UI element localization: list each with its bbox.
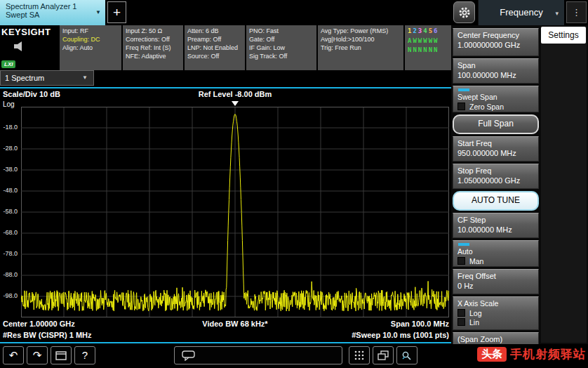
- menu-title-dropdown[interactable]: Frequency ▾: [478, 0, 564, 25]
- span-button[interactable]: Span 100.000000 MHz: [453, 58, 539, 84]
- ref-level-label: Ref Level -8.00 dBm: [21, 90, 449, 98]
- trace-number: 2: [413, 27, 416, 34]
- frequency-menu-panel: Center Frequency 1.000000000 GHz Span 10…: [451, 25, 588, 344]
- span-annotation: Span 100.0 MHz: [323, 320, 449, 328]
- spectrum-plot[interactable]: [21, 107, 449, 317]
- header-setting: IF Gain: Low: [249, 44, 314, 52]
- checkbox-icon: [457, 103, 465, 110]
- window-button[interactable]: [51, 346, 72, 364]
- trace-number: 3: [418, 27, 422, 34]
- header-column-1: Input: RFCoupling: DCAlign: Auto: [60, 25, 121, 70]
- button-value: 1.050000000 GHz: [457, 176, 534, 185]
- y-axis-label: -58.0: [3, 208, 18, 215]
- cascade-windows-button[interactable]: [373, 346, 394, 364]
- tab-title: Spectrum Analyzer 1: [6, 2, 100, 11]
- button-label: Freq Offset: [457, 272, 534, 280]
- button-label: X Axis Scale: [457, 299, 534, 309]
- span-zoom-button[interactable]: (Span Zoom): [453, 332, 539, 344]
- add-tab-button[interactable]: +: [107, 1, 126, 23]
- spectrum-selector-dropdown[interactable]: 1 Spectrum ▼: [0, 70, 94, 86]
- header-setting: Atten: 6 dB: [187, 27, 242, 35]
- tab-settings[interactable]: Settings: [541, 27, 586, 44]
- trace-detector: N: [418, 46, 422, 53]
- header-setting: Freq Ref: Int (S): [126, 44, 180, 52]
- plus-icon: +: [113, 5, 121, 20]
- help-button[interactable]: ?: [74, 346, 95, 364]
- span-mode-toggle[interactable]: Swept Span Zero Span: [453, 86, 539, 112]
- accent-divider-top: [0, 87, 451, 88]
- stop-freq-button[interactable]: Stop Freq 1.050000000 GHz: [453, 164, 539, 189]
- cf-step-button[interactable]: CF Step 10.000000 MHz: [453, 213, 539, 238]
- freq-offset-button[interactable]: Freq Offset 0 Hz: [453, 269, 539, 294]
- button-label: Full Span: [478, 119, 514, 129]
- option-man: Man: [469, 257, 483, 265]
- option-log: Log: [469, 309, 482, 317]
- brand-logo: KEYSIGHT: [0, 25, 59, 37]
- checkbox-icon: [457, 257, 465, 265]
- header-setting: Sig Track: Off: [249, 52, 314, 60]
- trace-number: 1: [408, 27, 411, 34]
- option-auto: Auto: [457, 247, 534, 257]
- trace-detector: N: [423, 46, 427, 53]
- start-freq-button[interactable]: Start Freq 950.000000 MHz: [453, 136, 539, 162]
- tab-subtitle: Swept SA: [6, 11, 100, 19]
- header-setting: Corrections: Off: [126, 35, 180, 44]
- header-column-2: Input Z: 50 ΩCorrections: OffFreq Ref: I…: [123, 25, 183, 70]
- trace-status-table: 123456AWWWWWNNNNNN: [405, 25, 451, 70]
- auto-tune-button[interactable]: AUTO TUNE: [453, 191, 539, 211]
- header-setting: Align: Auto: [62, 44, 119, 52]
- trace-type-row: AWWWWW: [408, 37, 448, 46]
- trace-detector: N: [429, 46, 432, 53]
- back-button[interactable]: ↶: [3, 346, 24, 364]
- trace-type: W: [429, 37, 432, 44]
- button-label: AUTO TUNE: [472, 195, 520, 205]
- gear-icon: [457, 6, 472, 20]
- y-axis-label: -68.0: [3, 229, 18, 236]
- more-options-button[interactable]: ⋮: [566, 1, 587, 23]
- span-zoom-icon: [401, 350, 413, 360]
- chevron-down-icon: ▼: [95, 9, 101, 15]
- header-columns: Input: RFCoupling: DCAlign: AutoInput Z:…: [60, 25, 451, 70]
- ellipsis-icon: ⋮: [572, 7, 581, 18]
- y-axis-label: -48.0: [3, 187, 18, 194]
- option-swept-span: Swept Span: [457, 93, 534, 103]
- chevron-down-icon: ▼: [82, 71, 88, 85]
- header-setting: Avg|Hold:>100/100: [321, 35, 401, 44]
- y-axis-labels: -18.0-28.0-38.0-48.0-58.0-68.0-78.0-88.0…: [0, 107, 19, 317]
- system-settings-button[interactable]: [453, 1, 475, 23]
- dots-grid-icon: [354, 350, 365, 361]
- x-axis-scale-toggle[interactable]: X Axis Scale Log Lin: [453, 296, 539, 330]
- spectrum-selector-label: 1 Spectrum: [5, 74, 44, 82]
- header-setting: Input Z: 50 Ω: [126, 27, 180, 35]
- header-setting: LNP: Not Enabled: [187, 44, 242, 52]
- button-label: (Span Zoom): [457, 335, 534, 343]
- res-bw-annotation: #Res BW (CISPR) 1 MHz: [3, 331, 92, 339]
- header-setting: Preamp: Off: [187, 35, 242, 44]
- full-span-button[interactable]: Full Span: [453, 114, 539, 134]
- tab-swept-sa[interactable]: Spectrum Analyzer 1 Swept SA ▼: [0, 0, 105, 25]
- top-bar: Spectrum Analyzer 1 Swept SA ▼ + Frequen…: [0, 0, 588, 25]
- back-icon: ↶: [9, 347, 18, 364]
- button-label: CF Step: [457, 216, 534, 224]
- button-value: 100.000000 MHz: [457, 71, 534, 79]
- header-column-5: Avg Type: Power (RMS)Avg|Hold:>100/100Tr…: [318, 25, 403, 70]
- watermark: 头条 手机射频驿站: [477, 346, 586, 362]
- annotation-bar-button[interactable]: [174, 346, 342, 364]
- cascade-windows-icon: [377, 350, 389, 360]
- touch-grid-button[interactable]: [349, 346, 370, 364]
- header-setting: Trig: Free Run: [321, 44, 401, 52]
- option-zero-span: Zero Span: [469, 103, 504, 111]
- forward-icon: ↷: [33, 347, 42, 364]
- forward-button[interactable]: ↷: [27, 346, 48, 364]
- window-icon: [55, 351, 67, 360]
- header-setting: Avg Type: Power (RMS): [321, 27, 401, 35]
- cf-step-mode-toggle[interactable]: Auto Man: [453, 240, 539, 267]
- active-option-indicator: [458, 243, 469, 246]
- watermark-text: 手机射频驿站: [510, 346, 586, 362]
- button-value: 10.000000 MHz: [457, 225, 534, 234]
- span-zoom-button-toolbar[interactable]: [396, 346, 417, 364]
- sweep-annotation: #Sweep 10.0 ms (1001 pts): [309, 331, 449, 339]
- y-axis-label: -38.0: [3, 166, 18, 173]
- center-frequency-button[interactable]: Center Frequency 1.000000000 GHz: [453, 28, 539, 56]
- header-setting: Source: Off: [187, 52, 242, 60]
